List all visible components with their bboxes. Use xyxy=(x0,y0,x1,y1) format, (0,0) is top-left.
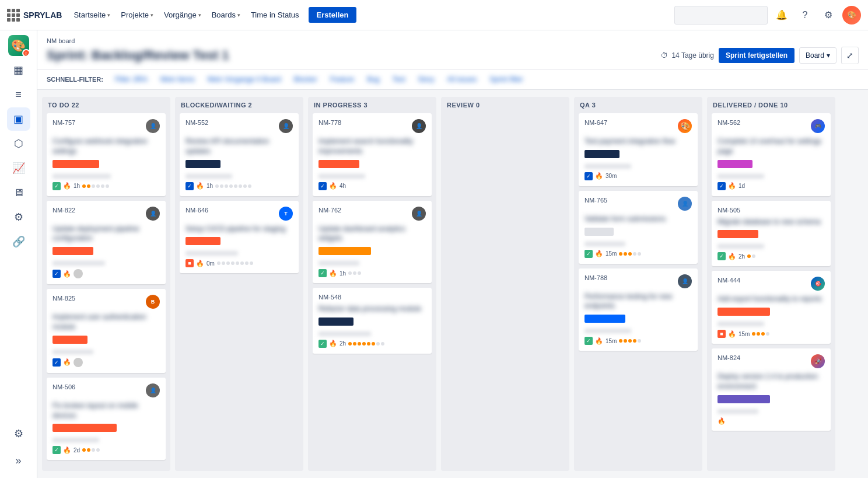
dot xyxy=(239,184,242,188)
card-secondary-icon xyxy=(74,269,83,278)
expand-button[interactable]: ⤢ xyxy=(841,47,859,64)
quick-filters-bar: SCHNELL-FILTER: Filter JIRA Mein Items M… xyxy=(37,69,868,90)
quick-filter-label: SCHNELL-FILTER: xyxy=(47,76,103,83)
card-text-line xyxy=(52,438,99,442)
dot xyxy=(752,332,755,336)
card-avatar: T xyxy=(279,207,293,221)
card-nm825[interactable]: NM-825 B Implement user authentication m… xyxy=(47,289,166,373)
user-avatar[interactable]: 🎨 xyxy=(842,6,861,25)
project-avatar[interactable]: 🎨 ! xyxy=(8,35,29,56)
dot xyxy=(752,254,755,258)
nav-projekte[interactable]: Projekte ▾ xyxy=(116,8,158,22)
progress-dots xyxy=(752,332,825,336)
time-estimate: 2h xyxy=(738,253,745,260)
sidebar-bottom: ⚙ » xyxy=(7,422,30,473)
card-id: NM-506 xyxy=(52,383,75,390)
dot xyxy=(87,448,90,452)
nav-vorgange[interactable]: Vorgänge ▾ xyxy=(159,8,206,22)
notification-badge: ! xyxy=(22,49,29,56)
quick-filter-8[interactable]: Story xyxy=(415,74,438,85)
nav-time-in-status[interactable]: Time in Status xyxy=(246,8,304,22)
card-text: Update deployment pipeline configuration xyxy=(52,224,160,244)
card-text: Migrate database to new schema xyxy=(718,217,825,227)
card-tag xyxy=(718,395,770,403)
settings-icon[interactable]: ⚙ xyxy=(819,6,838,25)
card-nm505[interactable]: NM-505 Migrate database to new schema ✓ … xyxy=(712,201,831,267)
dot xyxy=(243,184,247,188)
column-blocked: BLOCKED/WAITING 2 NM-552 👤 Review API do… xyxy=(175,97,303,471)
dot xyxy=(624,252,627,256)
column-review-cards xyxy=(446,113,565,466)
card-text: Setup CI/CD pipeline for staging xyxy=(186,224,293,234)
card-id: NM-825 xyxy=(52,295,75,302)
sidebar-item-kanban[interactable]: ▣ xyxy=(7,107,30,131)
card-avatar: B xyxy=(146,295,160,309)
quick-filter-3[interactable]: Mein Vorgange II Board xyxy=(204,74,285,85)
sidebar-expand[interactable]: » xyxy=(7,449,30,472)
board-view-selector[interactable]: Board ▾ xyxy=(799,47,836,64)
card-nm762[interactable]: NM-762 👤 Update dashboard analytics widg… xyxy=(313,201,432,284)
quick-filter-9[interactable]: All issues xyxy=(444,74,481,85)
sidebar-item-list[interactable]: ≡ xyxy=(7,83,30,106)
quick-filter-6[interactable]: Bug xyxy=(363,74,383,85)
quick-filter-5[interactable]: Feature xyxy=(327,74,358,85)
quick-filter-10[interactable]: Sprint filter xyxy=(486,74,526,85)
sidebar-item-deploy[interactable]: ⬡ xyxy=(7,132,30,155)
quick-filter-2[interactable]: Mein Items xyxy=(157,74,198,85)
card-nm647[interactable]: NM-647 🎨 Test payment integration flow ✓… xyxy=(579,113,698,186)
card-text: Complete UI overhaul for settings page xyxy=(718,137,825,156)
card-avatar: 👤 xyxy=(279,119,293,133)
priority-icon: 🔥 xyxy=(196,182,204,190)
help-icon[interactable]: ? xyxy=(796,6,814,25)
column-todo-header: TO DO 22 xyxy=(47,102,166,109)
sidebar-item-chart[interactable]: 📈 xyxy=(7,156,30,180)
card-check-icon: ✓ xyxy=(718,252,726,260)
dot xyxy=(106,184,109,188)
card-text: Validate form submissions xyxy=(584,214,692,224)
nav-boards[interactable]: Boards ▾ xyxy=(207,8,245,22)
card-nm562[interactable]: NM-562 🎮 Complete UI overhaul for settin… xyxy=(712,113,831,196)
card-nm552[interactable]: NM-552 👤 Review API documentation update… xyxy=(180,113,299,196)
logo[interactable]: SPRYLAB xyxy=(7,9,62,22)
quick-filter-4[interactable]: Blocker xyxy=(290,74,321,85)
card-nm778[interactable]: NM-778 👤 Implement search functionality … xyxy=(313,113,432,196)
card-text: Update dashboard analytics widgets xyxy=(318,224,426,244)
dot xyxy=(250,261,253,265)
dot xyxy=(96,184,100,188)
column-review: REVIEW 0 xyxy=(441,97,569,471)
card-nm765[interactable]: NM-765 👤 Validate form submissions ✓ 🔥 1… xyxy=(579,191,698,264)
quick-filter-7[interactable]: Test xyxy=(388,74,408,85)
card-nm822[interactable]: NM-822 👤 Update deployment pipeline conf… xyxy=(47,201,166,285)
card-check-icon: ✓ xyxy=(318,340,327,348)
card-nm824[interactable]: NM-824 🚀 Deploy version 2.4 to productio… xyxy=(712,348,831,431)
dot xyxy=(633,252,636,256)
dot xyxy=(82,184,86,188)
card-text-line xyxy=(718,174,764,179)
dot xyxy=(229,184,233,188)
nav-startseite[interactable]: Startseite ▾ xyxy=(69,8,115,22)
quick-filter-1[interactable]: Filter JIRA xyxy=(111,74,151,85)
create-button[interactable]: Erstellen xyxy=(309,7,357,23)
breadcrumb: NM board xyxy=(47,37,859,44)
card-check-icon: ✓ xyxy=(584,250,593,258)
topnav-right: 🔔 ? ⚙ 🎨 xyxy=(674,6,861,25)
card-nm548[interactable]: NM-548 Refactor data processing module ✓… xyxy=(313,288,432,354)
card-nm646[interactable]: NM-646 T Setup CI/CD pipeline for stagin… xyxy=(180,201,299,274)
card-nm757[interactable]: NM-757 👤 Configure webhook integration s… xyxy=(47,113,166,196)
card-nm788[interactable]: NM-788 👤 Performance testing for new end… xyxy=(579,268,698,351)
notifications-icon[interactable]: 🔔 xyxy=(772,6,791,25)
sidebar-item-monitor[interactable]: 🖥 xyxy=(7,181,30,204)
card-nm444[interactable]: NM-444 🎯 Add export functionality to rep… xyxy=(712,271,831,344)
card-id: NM-646 xyxy=(186,207,208,214)
sidebar-item-board[interactable]: ▦ xyxy=(7,58,30,82)
sprint-complete-button[interactable]: Sprint fertigstellen xyxy=(719,48,794,63)
sidebar-item-settings[interactable]: ⚙ xyxy=(7,205,30,229)
sprint-days: 14 Tage übrig xyxy=(671,51,714,60)
search-input[interactable] xyxy=(674,6,768,25)
sidebar-bottom-settings[interactable]: ⚙ xyxy=(7,422,30,445)
card-check-icon: ✓ xyxy=(318,182,327,190)
card-id: NM-552 xyxy=(186,119,208,126)
card-nm506[interactable]: NM-506 👤 Fix broken layout on mobile dev… xyxy=(47,378,166,460)
chevron-down-icon: ▾ xyxy=(827,51,830,60)
sidebar-item-link[interactable]: 🔗 xyxy=(7,230,30,253)
